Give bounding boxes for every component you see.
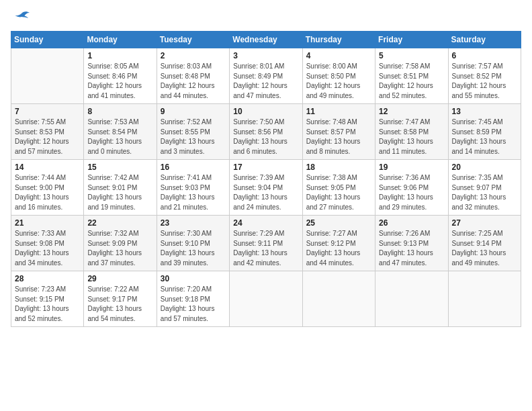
- day-number: 11: [306, 107, 371, 116]
- daylight-hours: Daylight: 12 hours and 41 minutes.: [87, 82, 142, 99]
- calendar-week-row: 21 Sunrise: 7:33 AM Sunset: 9:08 PM Dayl…: [11, 216, 521, 271]
- sunset-time: Sunset: 8:53 PM: [15, 128, 64, 136]
- day-info: Sunrise: 7:30 AM Sunset: 9:10 PM Dayligh…: [161, 229, 226, 268]
- day-number: 4: [306, 51, 371, 60]
- day-number: 19: [379, 163, 444, 172]
- day-number: 2: [161, 51, 226, 60]
- calendar-cell: 1 Sunrise: 8:05 AM Sunset: 8:46 PM Dayli…: [84, 48, 157, 104]
- day-info: Sunrise: 8:01 AM Sunset: 8:49 PM Dayligh…: [233, 62, 298, 101]
- day-number: 10: [233, 107, 298, 116]
- sunrise-time: Sunrise: 8:03 AM: [161, 62, 212, 70]
- day-info: Sunrise: 7:35 AM Sunset: 9:07 PM Dayligh…: [452, 173, 517, 212]
- day-number: 6: [452, 51, 517, 60]
- calendar-week-row: 1 Sunrise: 8:05 AM Sunset: 8:46 PM Dayli…: [11, 48, 521, 104]
- sunrise-time: Sunrise: 7:27 AM: [306, 230, 357, 237]
- weekday-header-thursday: Thursday: [302, 32, 375, 48]
- day-number: 7: [15, 107, 80, 116]
- calendar-table: SundayMondayTuesdayWednesdayThursdayFrid…: [11, 31, 521, 327]
- day-number: 9: [161, 107, 226, 116]
- sunset-time: Sunset: 8:54 PM: [87, 128, 137, 136]
- logo: [11, 11, 31, 26]
- sunrise-time: Sunrise: 7:26 AM: [379, 230, 430, 237]
- sunrise-time: Sunrise: 7:33 AM: [15, 230, 66, 237]
- calendar-cell: [230, 271, 302, 327]
- calendar-cell: 11 Sunrise: 7:48 AM Sunset: 8:57 PM Dayl…: [302, 104, 375, 160]
- sunset-time: Sunset: 8:48 PM: [161, 73, 210, 80]
- calendar-cell: 5 Sunrise: 7:58 AM Sunset: 8:51 PM Dayli…: [375, 48, 448, 104]
- day-number: 5: [379, 51, 444, 60]
- calendar-cell: 22 Sunrise: 7:32 AM Sunset: 9:09 PM Dayl…: [84, 216, 157, 271]
- weekday-header-saturday: Saturday: [448, 32, 521, 48]
- calendar-cell: 12 Sunrise: 7:47 AM Sunset: 8:58 PM Dayl…: [375, 104, 448, 160]
- day-info: Sunrise: 7:47 AM Sunset: 8:58 PM Dayligh…: [379, 118, 444, 156]
- sunset-time: Sunset: 9:14 PM: [452, 240, 502, 247]
- day-number: 17: [233, 163, 298, 172]
- calendar-cell: [448, 271, 521, 327]
- calendar-cell: 20 Sunrise: 7:35 AM Sunset: 9:07 PM Dayl…: [448, 160, 521, 216]
- sunrise-time: Sunrise: 7:45 AM: [452, 118, 503, 126]
- daylight-hours: Daylight: 13 hours and 21 minutes.: [161, 193, 215, 211]
- day-info: Sunrise: 7:36 AM Sunset: 9:06 PM Dayligh…: [379, 173, 444, 212]
- page-header: [11, 11, 521, 26]
- sunrise-time: Sunrise: 7:52 AM: [161, 118, 212, 126]
- day-number: 20: [452, 163, 517, 172]
- sunset-time: Sunset: 8:57 PM: [306, 128, 356, 136]
- calendar-cell: 13 Sunrise: 7:45 AM Sunset: 8:59 PM Dayl…: [448, 104, 521, 160]
- sunset-time: Sunset: 8:52 PM: [452, 73, 502, 80]
- calendar-cell: 14 Sunrise: 7:44 AM Sunset: 9:00 PM Dayl…: [11, 160, 84, 216]
- sunset-time: Sunset: 9:10 PM: [161, 240, 210, 247]
- calendar-cell: 16 Sunrise: 7:41 AM Sunset: 9:03 PM Dayl…: [157, 160, 229, 216]
- day-number: 13: [452, 107, 517, 116]
- calendar-cell: 21 Sunrise: 7:33 AM Sunset: 9:08 PM Dayl…: [11, 216, 84, 271]
- day-number: 25: [306, 218, 371, 228]
- daylight-hours: Daylight: 13 hours and 47 minutes.: [379, 249, 433, 267]
- calendar-cell: [375, 271, 448, 327]
- sunrise-time: Sunrise: 7:44 AM: [15, 174, 66, 181]
- day-info: Sunrise: 7:48 AM Sunset: 8:57 PM Dayligh…: [306, 118, 371, 156]
- daylight-hours: Daylight: 13 hours and 52 minutes.: [15, 305, 69, 322]
- daylight-hours: Daylight: 12 hours and 44 minutes.: [161, 82, 215, 99]
- sunrise-time: Sunrise: 7:20 AM: [161, 285, 212, 293]
- calendar-cell: 25 Sunrise: 7:27 AM Sunset: 9:12 PM Dayl…: [302, 216, 375, 271]
- logo-bird-icon: [12, 11, 31, 26]
- daylight-hours: Daylight: 13 hours and 57 minutes.: [161, 305, 215, 322]
- sunset-time: Sunset: 9:06 PM: [379, 184, 429, 191]
- sunrise-time: Sunrise: 7:25 AM: [452, 230, 503, 237]
- sunrise-time: Sunrise: 7:23 AM: [15, 285, 66, 293]
- sunrise-time: Sunrise: 7:53 AM: [87, 118, 138, 126]
- day-info: Sunrise: 7:58 AM Sunset: 8:51 PM Dayligh…: [379, 62, 444, 101]
- day-number: 26: [379, 218, 444, 228]
- daylight-hours: Daylight: 13 hours and 0 minutes.: [87, 138, 142, 155]
- sunset-time: Sunset: 9:09 PM: [87, 240, 137, 247]
- daylight-hours: Daylight: 13 hours and 29 minutes.: [379, 193, 433, 211]
- sunrise-time: Sunrise: 8:00 AM: [306, 62, 357, 70]
- day-number: 3: [233, 51, 298, 60]
- day-info: Sunrise: 7:32 AM Sunset: 9:09 PM Dayligh…: [87, 229, 152, 268]
- sunrise-time: Sunrise: 7:50 AM: [233, 118, 284, 126]
- daylight-hours: Daylight: 13 hours and 49 minutes.: [452, 249, 506, 267]
- day-info: Sunrise: 8:03 AM Sunset: 8:48 PM Dayligh…: [161, 62, 226, 101]
- daylight-hours: Daylight: 13 hours and 3 minutes.: [161, 138, 215, 155]
- day-info: Sunrise: 7:42 AM Sunset: 9:01 PM Dayligh…: [87, 173, 152, 212]
- day-info: Sunrise: 7:39 AM Sunset: 9:04 PM Dayligh…: [233, 173, 298, 212]
- sunrise-time: Sunrise: 7:30 AM: [161, 230, 212, 237]
- calendar-cell: 7 Sunrise: 7:55 AM Sunset: 8:53 PM Dayli…: [11, 104, 84, 160]
- day-info: Sunrise: 7:33 AM Sunset: 9:08 PM Dayligh…: [15, 229, 80, 268]
- sunset-time: Sunset: 8:46 PM: [87, 73, 137, 80]
- day-info: Sunrise: 7:55 AM Sunset: 8:53 PM Dayligh…: [15, 118, 80, 156]
- daylight-hours: Daylight: 13 hours and 8 minutes.: [306, 138, 361, 155]
- sunset-time: Sunset: 8:58 PM: [379, 128, 429, 136]
- calendar-cell: [11, 48, 84, 104]
- weekday-header-friday: Friday: [375, 32, 448, 48]
- calendar-cell: 28 Sunrise: 7:23 AM Sunset: 9:15 PM Dayl…: [11, 271, 84, 327]
- daylight-hours: Daylight: 13 hours and 11 minutes.: [379, 138, 433, 155]
- sunset-time: Sunset: 9:01 PM: [87, 184, 137, 191]
- day-info: Sunrise: 8:05 AM Sunset: 8:46 PM Dayligh…: [87, 62, 152, 101]
- daylight-hours: Daylight: 12 hours and 52 minutes.: [379, 82, 433, 99]
- day-info: Sunrise: 7:23 AM Sunset: 9:15 PM Dayligh…: [15, 285, 80, 324]
- calendar-cell: 30 Sunrise: 7:20 AM Sunset: 9:18 PM Dayl…: [157, 271, 229, 327]
- weekday-header-monday: Monday: [84, 32, 157, 48]
- sunrise-time: Sunrise: 8:01 AM: [233, 62, 284, 70]
- sunset-time: Sunset: 8:55 PM: [161, 128, 210, 136]
- calendar-cell: 3 Sunrise: 8:01 AM Sunset: 8:49 PM Dayli…: [230, 48, 302, 104]
